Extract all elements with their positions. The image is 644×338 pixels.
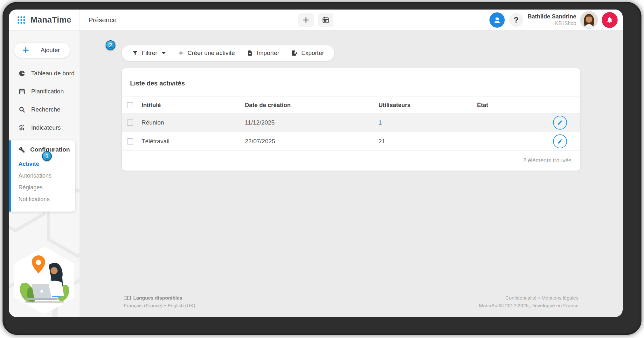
sidebar: Ajouter Tableau de bord — [9, 30, 80, 317]
plus-icon — [178, 50, 184, 56]
language-link-en[interactable]: English (UK) — [168, 303, 195, 308]
file-export-icon — [291, 50, 298, 56]
legal-notice-link[interactable]: Mentions légales — [542, 295, 578, 301]
pie-chart-icon — [18, 70, 25, 77]
create-activity-button[interactable]: Créer une activité — [178, 50, 235, 57]
bar-chart-icon — [18, 124, 25, 131]
callout-badge-2: 2 — [106, 40, 115, 50]
header-quick-actions — [298, 13, 333, 27]
edit-button[interactable] — [553, 134, 567, 148]
user-menu[interactable]: Bathilde Sandrine KB iShop — [528, 13, 576, 27]
file-import-icon — [247, 50, 253, 56]
cell-users: 21 — [378, 138, 477, 145]
flags-icon — [124, 296, 131, 300]
help-button[interactable]: ? — [509, 13, 523, 27]
search-icon — [18, 106, 25, 113]
create-activity-label: Créer une activité — [188, 50, 235, 57]
add-button-label: Ajouter — [41, 47, 60, 54]
column-header-intitule[interactable]: Intitulé — [142, 102, 245, 109]
screenshot-canvas: ManaTime Présence — [0, 0, 644, 338]
column-header-etat[interactable]: État — [477, 102, 553, 109]
quick-calendar-button[interactable] — [318, 13, 333, 27]
footer-legal: Confidentialité•Mentions légales ManaSof… — [479, 294, 578, 309]
sidebar-item-indicators[interactable]: Indicateurs — [9, 120, 80, 135]
filter-button[interactable]: Filtrer — [132, 50, 166, 57]
sidebar-item-notifications[interactable]: Notifications — [11, 193, 75, 205]
card-title: Liste des activités — [122, 68, 580, 97]
sidebar-item-label: Recherche — [31, 106, 60, 113]
select-all-checkbox[interactable] — [127, 102, 133, 108]
brand-logo[interactable]: ManaTime — [9, 10, 80, 30]
page-title: Présence — [80, 16, 117, 24]
configuration-section: Configuration Activité Autorisations Rég… — [9, 140, 75, 212]
toolbar: Filtrer Créer une activité — [122, 45, 334, 61]
sidebar-item-activite[interactable]: Activité — [11, 158, 75, 170]
chevron-down-icon — [162, 52, 166, 54]
separator: • — [537, 295, 541, 301]
main-content: Filtrer Créer une activité — [80, 30, 623, 317]
cell-users: 1 — [378, 119, 477, 126]
export-label: Exporter — [301, 50, 324, 57]
activities-card: Liste des activités Intitulé Date de cré… — [122, 68, 580, 171]
pencil-icon — [557, 120, 563, 125]
sidebar-item-label: Tableau de bord — [31, 70, 74, 77]
callout-badge-1: 1 — [42, 151, 52, 161]
page-footer: Langues disponibles Français (France)•En… — [122, 294, 580, 317]
row-checkbox[interactable] — [127, 138, 133, 145]
cell-name: Réunion — [142, 119, 245, 126]
support-button[interactable] — [489, 12, 505, 28]
quick-add-button[interactable] — [298, 13, 314, 27]
footer-languages: Langues disponibles Français (France)•En… — [124, 294, 195, 309]
cell-name: Télétravail — [142, 138, 245, 145]
privacy-link[interactable]: Confidentialité — [505, 295, 537, 301]
copyright: ManaSoft© 2012-2025, Développé en France — [479, 302, 578, 309]
column-header-date-creation[interactable]: Date de création — [245, 102, 378, 109]
funnel-icon — [132, 50, 138, 56]
sidebar-item-planning[interactable]: Planification — [9, 84, 80, 99]
sidebar-item-autorisations[interactable]: Autorisations — [11, 170, 75, 182]
cell-created: 22/07/2025 — [245, 138, 378, 145]
app-body: Ajouter Tableau de bord — [9, 30, 623, 317]
notification-bell-icon — [606, 16, 613, 24]
languages-title: Langues disponibles — [133, 294, 182, 302]
sidebar-item-label: Planification — [31, 88, 64, 95]
sidebar-item-search[interactable]: Recherche — [9, 102, 80, 117]
sidebar-illustration — [9, 245, 80, 317]
top-bar: ManaTime Présence — [9, 10, 623, 30]
row-checkbox[interactable] — [127, 119, 133, 126]
sidebar-item-reglages[interactable]: Réglages — [11, 182, 75, 193]
add-button[interactable]: Ajouter — [14, 43, 70, 58]
language-link-fr[interactable]: Français (France) — [124, 303, 163, 308]
export-button[interactable]: Exporter — [291, 50, 324, 57]
sidebar-item-dashboard[interactable]: Tableau de bord — [9, 66, 80, 81]
header-user-area: ? Bathilde Sandrine KB iShop — [489, 12, 623, 28]
user-company: KB iShop — [528, 20, 576, 27]
sidebar-item-label: Indicateurs — [31, 124, 61, 131]
plus-icon — [22, 47, 29, 54]
toolbar-wrap: Filtrer Créer une activité — [122, 45, 580, 61]
notification-button[interactable] — [602, 12, 618, 28]
cell-created: 11/12/2025 — [245, 119, 378, 126]
separator: • — [163, 303, 167, 308]
calendar-icon — [18, 88, 25, 95]
avatar[interactable] — [581, 12, 597, 28]
pencil-icon — [557, 139, 563, 144]
plus-icon — [302, 16, 310, 24]
table-header-row: Intitulé Date de création Utilisateurs É… — [122, 97, 580, 113]
config-link-label: Activité — [18, 161, 39, 167]
sidebar-nav: Tableau de bord Planification — [9, 66, 80, 139]
user-name: Bathilde Sandrine — [528, 13, 576, 20]
brand-name: ManaTime — [31, 15, 71, 25]
table-row: Télétravail 22/07/2025 21 — [122, 132, 580, 150]
import-label: Importer — [257, 50, 279, 57]
config-link-label: Autorisations — [18, 172, 52, 179]
config-link-label: Notifications — [18, 196, 50, 203]
configuration-header[interactable]: Configuration — [11, 146, 75, 153]
import-button[interactable]: Importer — [247, 50, 279, 57]
grid-dots-logo-icon — [17, 16, 25, 24]
support-agent-icon — [493, 16, 501, 24]
results-count: 2 éléments trouvés — [122, 150, 580, 171]
edit-button[interactable] — [553, 116, 567, 130]
column-header-utilisateurs[interactable]: Utilisateurs — [378, 102, 477, 109]
calendar-icon — [322, 16, 329, 24]
